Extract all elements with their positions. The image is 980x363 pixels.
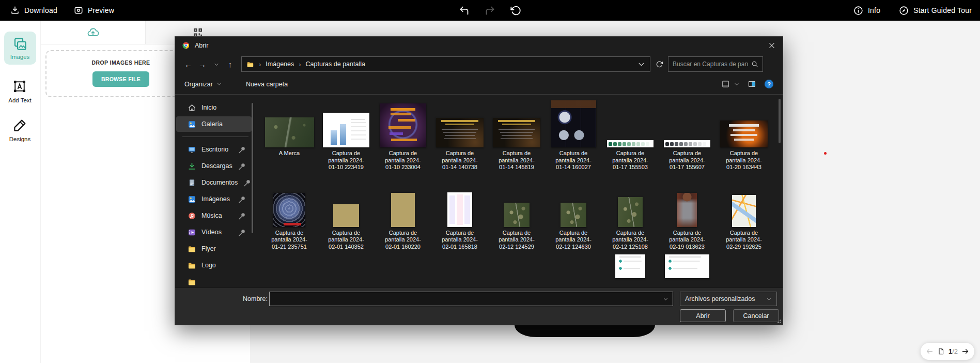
file-item[interactable]: Captura de pantalla 2024-01-14 140738 [431,99,488,171]
download-button[interactable]: Download [10,6,57,15]
sidebar-item-designs[interactable]: Designs [9,117,31,142]
view-mode-icon[interactable] [721,80,730,88]
preview-icon [74,6,83,15]
sidebar-item-add-text[interactable]: Add Text [8,79,32,103]
folder-icon [188,261,196,270]
redo-icon[interactable] [485,5,495,16]
file-item[interactable]: Captura de pantalla 2024-02-29 192625 [715,178,772,251]
place-item-folder[interactable] [176,274,252,288]
preview-label: Preview [88,6,114,14]
file-item[interactable]: Captura de pantalla 2024-02-19 013623 [659,178,715,251]
file-item[interactable]: Captura de pantalla 2024-01-17 155503 [602,99,659,171]
next-page-icon[interactable] [961,347,969,355]
view-mode-dropdown-icon[interactable] [734,82,739,87]
close-icon[interactable] [768,41,776,50]
open-button[interactable]: Abrir [680,309,726,322]
file-grid-scrollbar[interactable] [779,99,781,143]
resize-grip[interactable] [777,320,781,323]
thumbnail-area [659,254,715,285]
cursor-dot [824,152,827,155]
up-button[interactable]: ↑ [223,60,237,69]
total-pages: /2 [952,347,958,355]
tab-upload[interactable] [41,21,145,44]
file-item[interactable]: Captura de pantalla 2024-02-12 124529 [488,178,545,251]
place-item-escritorio[interactable]: Escritorio [176,142,252,157]
place-item-logo[interactable]: Logo [176,258,252,273]
place-item-documentos[interactable]: Documentos [176,175,252,190]
refresh-button[interactable] [650,61,668,68]
file-row: A MercaCaptura de pantalla 2024-01-10 22… [261,99,783,171]
tour-label: Start Guided Tour [913,6,972,14]
undo-icon[interactable] [459,5,470,16]
file-item[interactable]: Captura de pantalla 2024-01-14 160027 [545,99,602,171]
nav-item-galería[interactable]: Galería [176,116,252,132]
file-item[interactable]: Captura de pantalla 2024-01-21 235751 [261,178,318,251]
file-thumbnail [615,254,645,278]
file-thumbnail [333,204,359,227]
file-item[interactable]: Captura de pantalla 2024-01-17 155607 [659,99,715,171]
file-item[interactable]: Captura de pantalla 2024-02-01 140352 [318,178,375,251]
thumbnail-area [659,99,715,147]
reset-icon[interactable] [510,5,521,16]
address-bar[interactable]: › Imágenes › Capturas de pantalla [241,56,650,72]
preview-pane-icon[interactable] [748,80,756,88]
search-box [668,56,763,72]
search-input[interactable] [673,61,748,68]
file-item[interactable] [659,254,715,285]
new-folder-button[interactable]: Nueva carpeta [246,81,288,88]
guided-tour-button[interactable]: Start Guided Tour [899,6,972,16]
filename-dropdown-icon[interactable] [663,296,668,302]
file-item[interactable]: Captura de pantalla 2024-01-10 223419 [318,99,375,171]
downloads-icon [188,162,196,171]
organize-button[interactable]: Organizar [184,81,222,88]
back-button[interactable]: ← [181,60,195,69]
preview-button[interactable]: Preview [74,6,114,15]
browse-file-button[interactable]: BROWSE FILE [92,71,149,87]
file-thumbnail [677,193,697,227]
recent-locations-button[interactable] [209,60,223,69]
breadcrumb-imagenes[interactable]: Imágenes [266,61,294,68]
thumbnail-area [318,178,375,227]
place-item-imágenes[interactable]: Imágenes [176,191,252,207]
dialog-body: InicioGalería EscritorioDescargasDocumen… [175,95,783,288]
file-item[interactable]: Captura de pantalla 2024-02-12 125108 [602,178,659,251]
image-dropzone[interactable]: DROP IMAGES HERE BROWSE FILE [45,50,196,97]
address-dropdown-icon[interactable] [637,61,645,68]
place-label: Descargas [201,162,232,170]
sidebar-scrollbar[interactable] [252,103,253,233]
thumbnail-area [375,99,431,147]
filename-input[interactable] [270,295,663,303]
breadcrumb-separator: › [258,61,262,68]
forward-button[interactable]: → [195,60,209,69]
color-swatch [693,142,697,146]
breadcrumb-capturas[interactable]: Capturas de pantalla [306,61,365,68]
file-item[interactable]: Captura de pantalla 2024-02-01 160220 [375,178,431,251]
file-item[interactable] [602,254,659,285]
place-item-flyer[interactable]: Flyer [176,241,252,256]
file-item-empty [261,254,318,285]
sidebar-item-images[interactable]: Images [4,32,36,65]
dialog-sidebar: InicioGalería EscritorioDescargasDocumen… [175,95,257,288]
file-item[interactable]: A Merca [261,99,318,171]
color-swatch [618,142,621,146]
file-item[interactable]: Captura de pantalla 2024-01-14 145819 [488,99,545,171]
search-icon [751,61,758,68]
place-item-descargas[interactable]: Descargas [176,158,252,174]
help-button[interactable]: ? [765,80,773,88]
thumbnail-area [602,99,659,147]
file-item[interactable]: Captura de pantalla 2024-02-12 124630 [545,178,602,251]
place-item-vídeos[interactable]: Vídeos [176,224,252,240]
nav-item-inicio[interactable]: Inicio [176,100,252,115]
prev-page-icon[interactable] [926,347,934,355]
file-type-select[interactable]: Archivos personalizados [680,292,777,306]
file-thumbnail [551,100,596,147]
folder-icon [188,278,196,286]
file-item[interactable]: Captura de pantalla 2024-01-20 163443 [715,99,772,171]
thumbnail-area [431,178,488,227]
info-button[interactable]: Info [853,6,880,16]
place-item-música[interactable]: Música [176,208,252,223]
file-item[interactable]: Captura de pantalla 2024-01-10 233004 [375,99,431,171]
cancel-button[interactable]: Cancelar [733,309,779,322]
file-item[interactable]: Captura de pantalla 2024-02-01 165818 [431,178,488,251]
thumbnail-area [431,99,488,147]
